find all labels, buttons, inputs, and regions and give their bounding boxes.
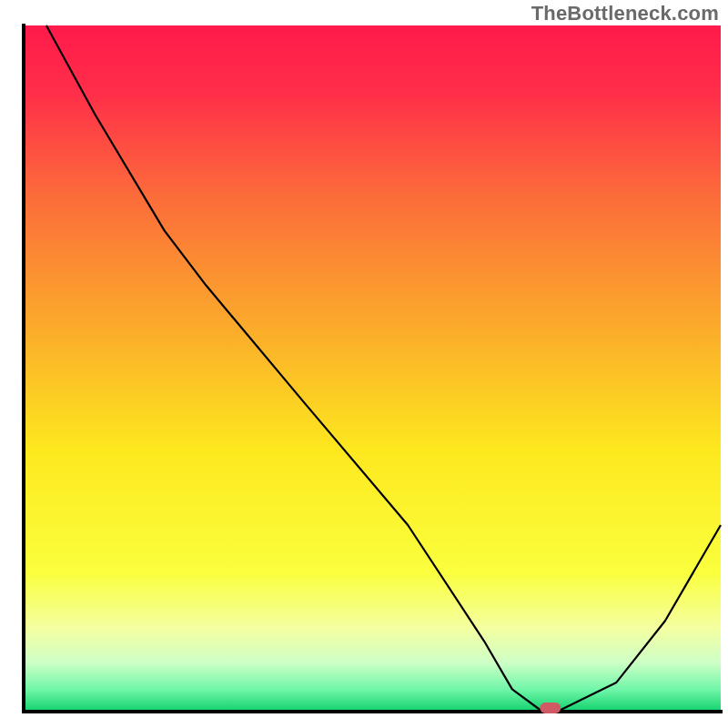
chart-canvas (0, 0, 728, 728)
bottleneck-chart: TheBottleneck.com (0, 0, 728, 728)
watermark-text: TheBottleneck.com (531, 2, 719, 25)
optimal-range-marker (540, 703, 561, 713)
plot-background (25, 25, 721, 710)
